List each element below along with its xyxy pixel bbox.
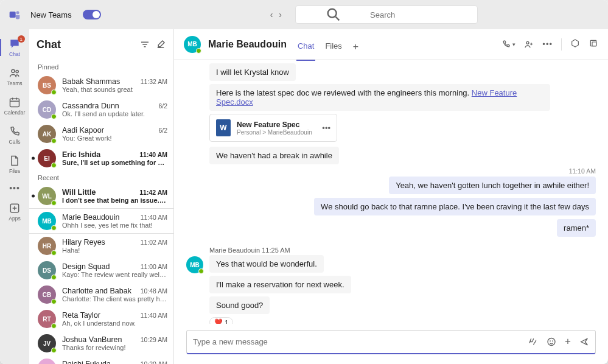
compose-input[interactable]: [193, 337, 521, 346]
presence-icon: [51, 323, 57, 329]
chat-item[interactable]: CDCassandra Dunn6/2Ok. I'll send an upda…: [29, 97, 173, 122]
chat-item[interactable]: MBMarie Beaudouin11:40 AMOhhh I see, yes…: [29, 208, 173, 234]
tab-files[interactable]: Files: [324, 41, 343, 61]
compose-box[interactable]: +: [186, 330, 596, 354]
conversation-panel: MB Marie Beaudouin Chat Files + ▾ ••• I: [174, 29, 608, 364]
svg-rect-6: [10, 99, 19, 107]
message-bubble[interactable]: ramen*: [557, 219, 596, 237]
message-bubble[interactable]: I'll make a reservation for next week.: [209, 276, 351, 293]
file-card[interactable]: W New Feature Spec Personal > MarieBeaud…: [209, 114, 337, 142]
chat-item[interactable]: EIEric Ishida11:40 AMSure, I'll set up s…: [29, 146, 173, 170]
chat-item[interactable]: JVJoshua VanBuren10:29 AMThanks for revi…: [29, 331, 173, 355]
avatar: HR: [38, 237, 56, 255]
people-button[interactable]: [524, 40, 534, 49]
message-bubble[interactable]: We should go back to that ramne place. I…: [314, 198, 596, 215]
tab-add[interactable]: +: [352, 41, 360, 61]
more-button[interactable]: •••: [542, 40, 553, 49]
svg-rect-20: [592, 42, 596, 46]
chat-time: 11:40 AM: [141, 214, 167, 221]
apprail-files[interactable]: Files: [0, 150, 29, 179]
chat-name: Charlotte and Babak: [62, 287, 131, 295]
apprail-calls[interactable]: Calls: [0, 121, 29, 150]
nav-back-icon[interactable]: ‹: [270, 10, 273, 19]
chat-item[interactable]: CBCharlotte and Babak10:48 AMCharlotte: …: [29, 282, 173, 307]
avatar: MB: [38, 212, 56, 230]
new-teams-toggle[interactable]: [83, 10, 101, 19]
chat-name: Joshua VanBuren: [62, 335, 122, 344]
call-button[interactable]: ▾: [501, 40, 515, 49]
chat-preview: Kayo: The review went really well! Can't…: [62, 271, 167, 278]
message-bubble[interactable]: Here is the latest spec doc we reviewed …: [209, 84, 550, 111]
file-more-icon[interactable]: •••: [322, 124, 330, 133]
chat-preview: Thanks for reviewing!: [62, 344, 167, 351]
emoji-icon[interactable]: [547, 336, 556, 348]
chat-time: 10:20 AM: [141, 360, 167, 364]
apprail-teams[interactable]: Teams: [0, 62, 29, 91]
teams-icon: [9, 67, 21, 79]
presence-icon: [51, 89, 57, 95]
chat-item[interactable]: DSDesign Squad11:00 AMKayo: The review w…: [29, 258, 173, 282]
apprail-more[interactable]: •••: [0, 179, 29, 197]
presence-icon: [51, 200, 57, 206]
message-bubble[interactable]: I will let Krystal know: [209, 63, 296, 81]
chat-item[interactable]: RTReta Taylor11:40 AMAh, ok I understand…: [29, 307, 173, 331]
tab-chat[interactable]: Chat: [296, 41, 315, 61]
chat-time: 11:40 AM: [139, 151, 167, 158]
search-box[interactable]: [295, 5, 478, 24]
chat-item[interactable]: WLWill Little11:42 AMI don't see that be…: [29, 184, 173, 208]
chat-item[interactable]: BSBabak Shammas11:32 AMYeah, that sounds…: [29, 73, 173, 97]
chat-time: 11:02 AM: [141, 239, 167, 246]
popout-button[interactable]: [589, 38, 598, 50]
avatar: EI: [38, 149, 56, 167]
chat-item[interactable]: DFDaichi Fukuda10:20 AMYou: Thank you!!: [29, 355, 173, 364]
message-bubble[interactable]: We haven't had a break in awhile: [209, 147, 339, 164]
send-icon[interactable]: [579, 336, 589, 348]
chat-preview: Ok. I'll send an update later.: [62, 110, 167, 117]
presence-icon: [198, 268, 204, 274]
message-bubble[interactable]: Yeah, we haven't gotten lunch together i…: [389, 177, 596, 194]
chat-preview: You: Great work!: [62, 135, 167, 142]
chat-preview: I don't see that being an issue. Can you…: [62, 197, 167, 204]
nav-forward-icon[interactable]: ›: [279, 10, 282, 19]
files-icon: [9, 155, 21, 167]
chat-item[interactable]: AKAadi Kapoor6/2You: Great work!: [29, 122, 173, 146]
presence-icon: [51, 138, 57, 144]
message-time: 11:10 AM: [569, 167, 596, 175]
chat-item[interactable]: HRHilary Reyes11:02 AMHaha!: [29, 234, 173, 258]
presence-icon: [51, 114, 57, 119]
apprail-calendar[interactable]: Calendar: [0, 91, 29, 121]
svg-point-22: [550, 341, 551, 341]
chat-preview: Sure, I'll set up something for next wee…: [62, 159, 167, 166]
message-bubble[interactable]: Yes that would be wonderful.: [209, 255, 324, 273]
chat-time: 6/2: [158, 102, 167, 110]
format-icon[interactable]: [528, 336, 538, 348]
avatar[interactable]: MB: [186, 256, 203, 273]
search-input[interactable]: [370, 10, 472, 19]
reaction-pill[interactable]: ❤️1: [209, 317, 233, 324]
attach-icon[interactable]: +: [565, 336, 571, 348]
chat-preview: Ohhh I see, yes let me fix that!: [62, 222, 167, 229]
chatlist-title: Chat: [37, 38, 135, 51]
svg-point-5: [16, 70, 18, 72]
calls-icon: [9, 125, 21, 138]
chat-time: 6/2: [158, 127, 167, 134]
conversation-avatar[interactable]: MB: [184, 36, 201, 53]
chat-name: Design Squad: [62, 262, 110, 271]
svg-point-1: [16, 11, 19, 14]
more-icon: •••: [9, 183, 20, 193]
svg-rect-0: [10, 12, 16, 18]
chat-time: 11:40 AM: [141, 312, 167, 319]
svg-point-23: [553, 341, 553, 341]
people-icon: [524, 40, 534, 49]
copilot-button[interactable]: [570, 38, 580, 50]
new-chat-icon[interactable]: [155, 39, 166, 50]
chat-name: Reta Taylor: [62, 311, 100, 320]
apprail-apps[interactable]: Apps: [0, 197, 29, 226]
apprail-chat[interactable]: 1 Chat: [0, 33, 29, 62]
svg-point-2: [328, 9, 337, 18]
presence-icon: [51, 299, 57, 304]
filter-icon[interactable]: [139, 39, 150, 50]
message-bubble[interactable]: Sound good?: [209, 296, 270, 314]
avatar: JV: [38, 334, 56, 352]
chat-name: Hilary Reyes: [62, 238, 105, 247]
